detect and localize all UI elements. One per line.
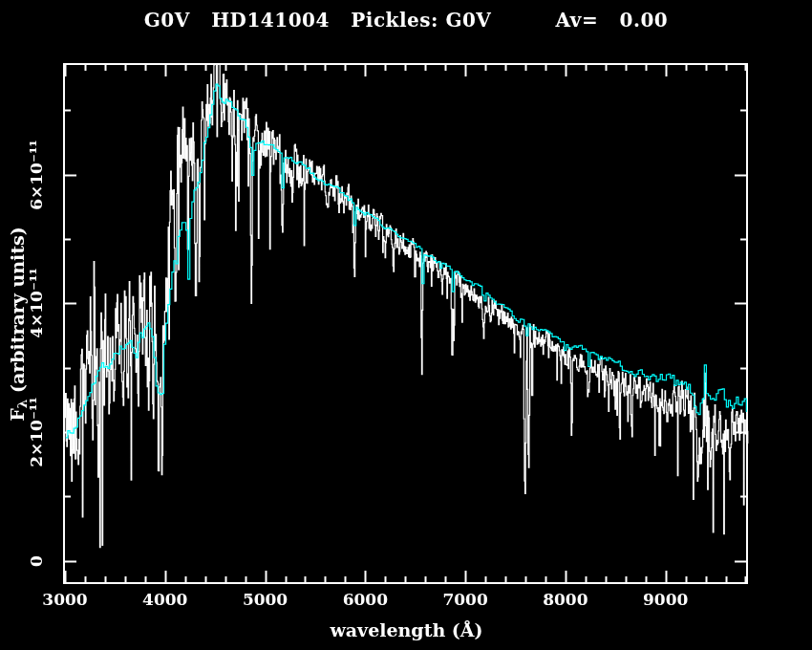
x-tick-label: 9000 xyxy=(643,590,688,609)
x-tick-label: 8000 xyxy=(543,590,588,609)
x-tick-label: 6000 xyxy=(343,590,388,609)
spectrum-plot-window: G0V HD141004 Pickles: G0V Av= 0.00 30004… xyxy=(0,0,812,650)
y-axis-label-units: (arbitrary units) xyxy=(7,227,28,400)
y-axis-label-subscript: λ xyxy=(14,399,30,408)
y-tick-label: 0 xyxy=(27,555,46,567)
x-axis-label: wavelength (Å) xyxy=(330,619,482,640)
spectrum-chart-canvas xyxy=(0,0,812,650)
y-axis-label-symbol: F xyxy=(7,408,28,422)
y-axis-label: Fλ (arbitrary units) xyxy=(7,227,31,422)
x-tick-label: 4000 xyxy=(142,590,187,609)
x-tick-label: 3000 xyxy=(42,590,87,609)
x-tick-label: 5000 xyxy=(243,590,288,609)
y-tick-label: 6×10⁻¹¹ xyxy=(27,140,46,210)
x-tick-label: 7000 xyxy=(442,590,487,609)
chart-title: G0V HD141004 Pickles: G0V Av= 0.00 xyxy=(144,9,669,32)
